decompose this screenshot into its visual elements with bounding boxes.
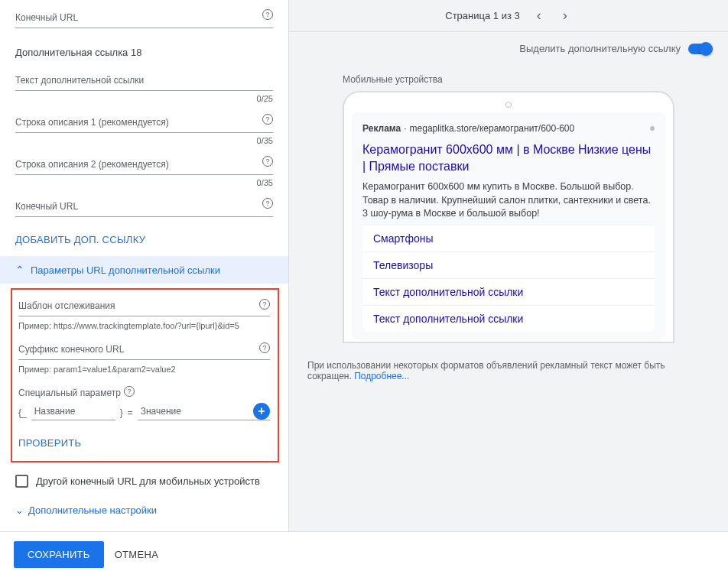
desc2-field[interactable]: Строка описания 2 (рекомендуется) [15,159,273,175]
preview-disclaimer: При использовании некоторых форматов объ… [289,343,728,381]
sitelink-item[interactable]: Текст дополнительной ссылки [362,305,655,332]
help-icon[interactable]: ? [259,342,270,353]
learn-more-link[interactable]: Подробнее... [354,371,409,381]
prev-page-icon[interactable]: ‹ [532,8,546,24]
ad-preview-card: Реклама · megaplitka.store/керамогранит/… [352,112,665,339]
sitelink-item[interactable]: Текст дополнительной ссылки [362,278,655,305]
device-label: Мобильные устройства [343,74,674,85]
preview-pager: Страница 1 из 3 ‹ › [289,0,728,32]
pager-text: Страница 1 из 3 [445,10,519,21]
info-icon[interactable] [650,126,655,131]
desc1-counter: 0/35 [15,136,273,145]
sitelink-text-counter: 0/25 [15,94,273,103]
final-url-field[interactable]: Конечный URL [15,201,273,217]
help-icon[interactable]: ? [262,156,273,167]
speaker-icon [505,102,512,108]
chevron-down-icon: ⌄ [15,504,24,516]
help-icon[interactable]: ? [262,114,273,125]
footer-actions: СОХРАНИТЬ ОТМЕНА [0,531,728,571]
mobile-preview-frame: Реклама · megaplitka.store/керамогранит/… [343,91,674,343]
mobile-url-checkbox[interactable] [15,475,28,488]
save-button[interactable]: СОХРАНИТЬ [14,541,104,568]
ad-badge: Реклама [362,123,401,134]
cancel-button[interactable]: ОТМЕНА [115,549,158,560]
preview-panel: Страница 1 из 3 ‹ › Выделить дополнитель… [289,0,728,531]
final-url-suffix-field[interactable]: Суффикс конечного URL ? [18,344,270,360]
desc1-field[interactable]: Строка описания 1 (рекомендуется) [15,117,273,133]
sitelink-item[interactable]: Смартфоны [362,225,655,251]
highlight-toggle-label: Выделить дополнительную ссылку [519,43,681,54]
test-button[interactable]: ПРОВЕРИТЬ [18,437,270,449]
help-icon[interactable]: ? [259,299,270,310]
url-options-expander[interactable]: ⌃ Параметры URL дополнительной ссылки [0,256,288,284]
suffix-example: Пример: param1=value1&param2=value2 [18,365,270,374]
custom-param-label: Специальный параметр [18,388,121,398]
add-param-button[interactable]: + [253,403,270,420]
final-url-field-top[interactable]: Конечный URL [15,12,273,28]
add-sitelink-button[interactable]: ДОБАВИТЬ ДОП. ССЫЛКУ [0,217,288,256]
help-icon[interactable]: ? [262,9,273,20]
tracking-template-field[interactable]: Шаблон отслеживания ? [18,300,270,316]
desc2-counter: 0/35 [15,178,273,187]
tracking-example: Пример: https://www.trackingtemplate.foo… [18,321,270,330]
highlight-toggle[interactable] [688,44,711,54]
sitelink-form-panel: 0/35 Конечный URL ? Дополнительная ссылк… [0,0,289,531]
help-icon[interactable]: ? [124,386,135,397]
ad-headline: Керамогранит 600х600 мм | в Москве Низки… [362,141,655,174]
mobile-url-label: Другой конечный URL для мобильных устрой… [36,475,260,487]
ad-sitelinks: Смартфоны Телевизоры Текст дополнительно… [362,225,655,332]
chevron-up-icon: ⌃ [15,264,24,276]
sitelink-section-title: Дополнительная ссылка 18 [0,28,288,61]
custom-param-value-input[interactable]: Значение [138,404,270,420]
sitelink-text-field[interactable]: Текст дополнительной ссылки [15,75,273,91]
custom-param-name-input[interactable]: Название [31,404,115,420]
next-page-icon[interactable]: › [558,8,572,24]
sitelink-item[interactable]: Телевизоры [362,251,655,278]
help-icon[interactable]: ? [262,198,273,209]
url-params-box: Шаблон отслеживания ? Пример: https://ww… [11,288,279,462]
ad-display-url: megaplitka.store/керамогранит/600-600 [410,123,575,134]
ad-description: Керамогранит 600х600 мм купить в Москве.… [362,180,655,221]
url-options-label: Параметры URL дополнительной ссылки [31,264,220,276]
advanced-settings-expander[interactable]: ⌄ Дополнительные настройки [0,495,288,531]
